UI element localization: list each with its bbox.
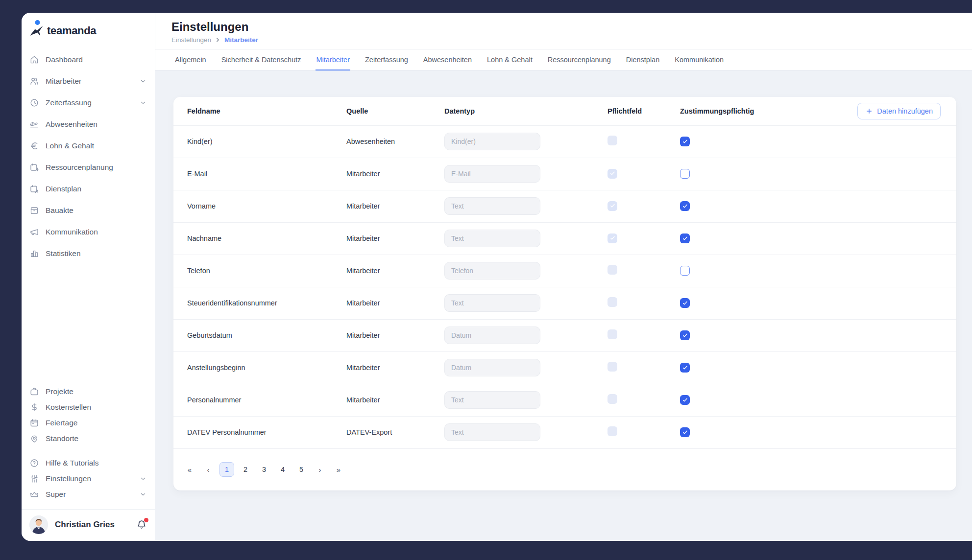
tab-dienstplan[interactable]: Dienstplan — [626, 49, 660, 70]
avatar — [29, 515, 48, 534]
pagination-page-1[interactable]: 1 — [219, 462, 234, 477]
tab-lohn-gehalt[interactable]: Lohn & Gehalt — [486, 49, 533, 70]
pagination-page-3[interactable]: 3 — [257, 462, 271, 477]
euro-icon — [29, 141, 39, 151]
sidebar-item-einstellungen[interactable]: Einstellungen — [29, 471, 147, 487]
user-row[interactable]: Christian Gries — [22, 509, 155, 541]
sidebar-item-kommunikation[interactable]: Kommunikation — [29, 221, 147, 243]
content-area: Feldname Quelle Datentyp Pflichtfeld Zus… — [155, 70, 972, 541]
sidebar-nav-tertiary: Hilfe & TutorialsEinstellungenSuper — [22, 455, 155, 502]
sidebar-item-dashboard[interactable]: Dashboard — [29, 49, 147, 70]
cell-quelle: Mitarbeiter — [346, 202, 444, 210]
sidebar-item-ressourcenplanung[interactable]: Ressourcenplanung — [29, 157, 147, 178]
cell-feldname: Geburtsdatum — [187, 331, 346, 339]
pagination-page-5[interactable]: 5 — [294, 462, 309, 477]
table-row-nachname: NachnameMitarbeiter — [173, 222, 956, 255]
cell-quelle: Mitarbeiter — [346, 299, 444, 307]
plus-icon — [865, 107, 873, 115]
app-window: teamanda DashboardMitarbeiterZeiterfassu… — [22, 13, 972, 541]
breadcrumb-root[interactable]: Einstellungen — [171, 36, 211, 44]
cell-feldname: Steueridentifikationsnummer — [187, 299, 346, 307]
logo-icon — [29, 20, 46, 38]
sidebar-spacer — [22, 264, 155, 384]
pagination: «‹12345›» — [173, 448, 956, 490]
sidebar-item-lohn-gehalt[interactable]: Lohn & Gehalt — [29, 135, 147, 157]
datentyp-input — [444, 294, 540, 312]
pflichtfeld-checkbox-unchecked-disabled — [608, 362, 617, 372]
tab-mitarbeiter[interactable]: Mitarbeiter — [316, 49, 350, 70]
cell-quelle: Mitarbeiter — [346, 170, 444, 178]
table-header-row: Feldname Quelle Datentyp Pflichtfeld Zus… — [173, 97, 956, 125]
pagination-last[interactable]: » — [331, 462, 346, 477]
crown-icon — [29, 490, 39, 499]
zustimmungspflichtig-checkbox-checked[interactable] — [680, 137, 690, 146]
column-header-datentyp: Datentyp — [444, 107, 608, 115]
notification-badge — [144, 518, 148, 522]
zustimmungspflichtig-checkbox-checked[interactable] — [680, 233, 690, 243]
settings-tabs: AllgemeinSicherheit & DatenschutzMitarbe… — [155, 49, 972, 70]
sidebar-item-hilfe-tutorials[interactable]: Hilfe & Tutorials — [29, 455, 147, 471]
zustimmungspflichtig-checkbox-checked[interactable] — [680, 427, 690, 437]
sidebar-item-abwesenheiten[interactable]: Abwesenheiten — [29, 114, 147, 135]
cell-feldname: DATEV Personalnummer — [187, 428, 346, 436]
tab-sicherheit-datenschutz[interactable]: Sicherheit & Datenschutz — [221, 49, 302, 70]
sidebar-item-mitarbeiter[interactable]: Mitarbeiter — [29, 70, 147, 92]
users-icon — [29, 76, 39, 86]
sidebar-item-bauakte[interactable]: Bauakte — [29, 200, 147, 221]
column-header-zustimmungspflichtig: Zustimmungspflichtig — [680, 107, 754, 115]
archive-icon — [29, 206, 39, 215]
cell-quelle: Mitarbeiter — [346, 267, 444, 275]
sidebar-item-feiertage[interactable]: Feiertage — [29, 415, 147, 431]
table-body: Kind(er)AbwesenheitenE-MailMitarbeiterVo… — [173, 125, 956, 448]
sidebar-item-super[interactable]: Super — [29, 487, 147, 502]
calendar-icon — [29, 418, 39, 428]
tab-ressourcenplanung[interactable]: Ressourcenplanung — [547, 49, 611, 70]
pagination-page-2[interactable]: 2 — [238, 462, 253, 477]
zustimmungspflichtig-checkbox-unchecked[interactable] — [680, 266, 690, 276]
table-row-kind-er: Kind(er)Abwesenheiten — [173, 125, 956, 158]
sidebar-nav-main: DashboardMitarbeiterZeiterfassungAbwesen… — [22, 49, 155, 264]
sidebar-item-label: Hilfe & Tutorials — [46, 459, 99, 467]
help-icon — [29, 458, 39, 468]
sidebar-item-label: Einstellungen — [46, 474, 91, 483]
sidebar-item-dienstplan[interactable]: Dienstplan — [29, 178, 147, 200]
tab-kommunikation[interactable]: Kommunikation — [674, 49, 724, 70]
pagination-next[interactable]: › — [313, 462, 327, 477]
absence-icon — [29, 119, 39, 129]
tab-zeiterfassung[interactable]: Zeiterfassung — [364, 49, 409, 70]
pflichtfeld-checkbox-unchecked-disabled — [608, 265, 617, 275]
pagination-prev[interactable]: ‹ — [201, 462, 216, 477]
tab-abwesenheiten[interactable]: Abwesenheiten — [423, 49, 472, 70]
pagination-first[interactable]: « — [182, 462, 197, 477]
sidebar-item-zeiterfassung[interactable]: Zeiterfassung — [29, 92, 147, 114]
zustimmungspflichtig-checkbox-checked[interactable] — [680, 330, 690, 340]
datentyp-input — [444, 197, 540, 215]
zustimmungspflichtig-checkbox-checked[interactable] — [680, 363, 690, 373]
sidebar-item-label: Kostenstellen — [46, 403, 91, 412]
datentyp-input — [444, 262, 540, 280]
zustimmungspflichtig-checkbox-checked[interactable] — [680, 298, 690, 308]
sidebar-item-kostenstellen[interactable]: Kostenstellen — [29, 399, 147, 415]
tab-allgemein[interactable]: Allgemein — [174, 49, 207, 70]
zustimmungspflichtig-checkbox-checked[interactable] — [680, 201, 690, 211]
cell-feldname: Kind(er) — [187, 138, 346, 145]
datentyp-input — [444, 359, 540, 376]
sidebar-item-label: Ressourcenplanung — [46, 163, 113, 172]
sidebar-item-label: Super — [46, 490, 66, 499]
sidebar-item-projekte[interactable]: Projekte — [29, 384, 147, 399]
datentyp-input — [444, 230, 540, 247]
notification-bell-icon[interactable] — [136, 519, 147, 530]
clock-icon — [29, 98, 39, 108]
pagination-page-4[interactable]: 4 — [275, 462, 290, 477]
sidebar-item-standorte[interactable]: Standorte — [29, 431, 147, 446]
chart-icon — [29, 249, 39, 258]
table-row-steueridentifikationsnummer: SteueridentifikationsnummerMitarbeiter — [173, 287, 956, 319]
add-data-button[interactable]: Daten hinzufügen — [857, 103, 941, 119]
table-row-geburtsdatum: GeburtsdatumMitarbeiter — [173, 319, 956, 351]
sidebar-item-statistiken[interactable]: Statistiken — [29, 243, 147, 264]
sidebar-item-label: Lohn & Gehalt — [46, 141, 94, 150]
zustimmungspflichtig-checkbox-unchecked[interactable] — [680, 169, 690, 179]
sidebar-item-label: Feiertage — [46, 419, 77, 427]
zustimmungspflichtig-checkbox-checked[interactable] — [680, 395, 690, 405]
dollar-icon — [29, 402, 39, 412]
